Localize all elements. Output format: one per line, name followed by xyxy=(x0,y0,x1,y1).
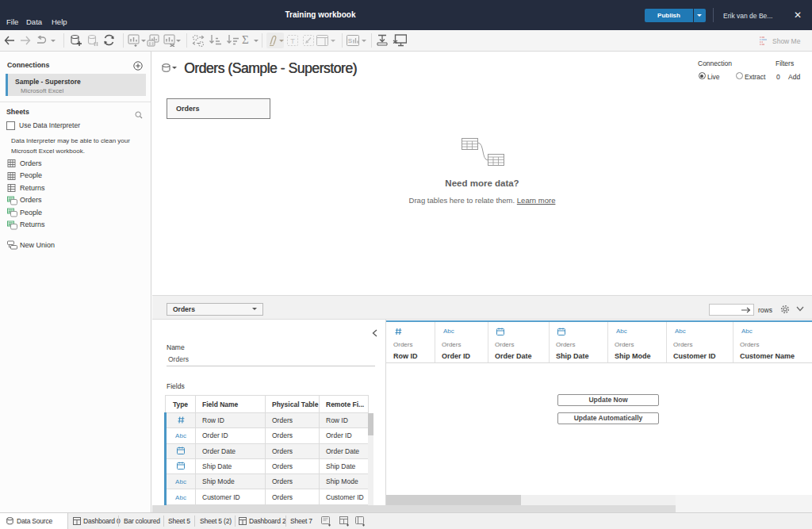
svg-text:T: T xyxy=(290,37,295,45)
svg-text:S: S xyxy=(348,37,352,44)
